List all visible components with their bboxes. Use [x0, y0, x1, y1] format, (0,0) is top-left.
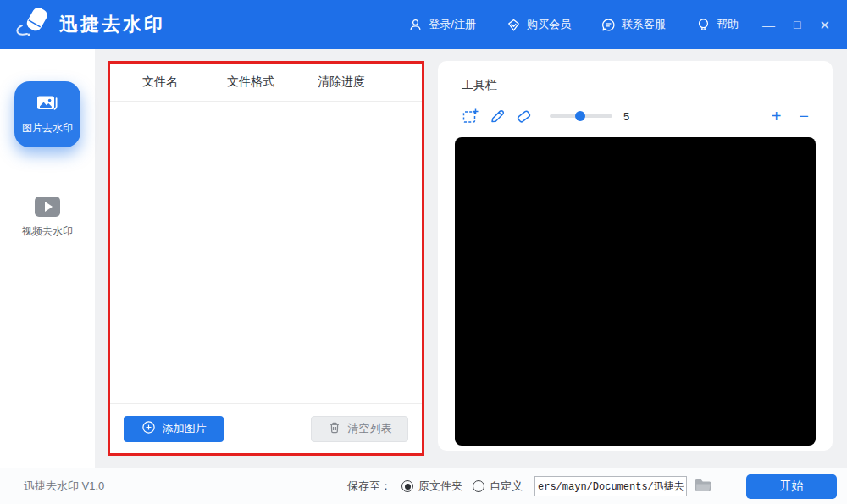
play-icon — [35, 197, 60, 217]
sidebar-item-image-watermark[interactable]: 图片去水印 — [14, 81, 80, 147]
app-version-label: 迅捷去水印 V1.0 — [24, 479, 104, 494]
sidebar-item-label: 图片去水印 — [22, 121, 73, 136]
photo-icon — [36, 94, 58, 115]
login-register-button[interactable]: 登录/注册 — [408, 17, 476, 32]
folder-icon — [694, 478, 712, 496]
title-bar: 迅捷去水印 登录/注册 购买会员 — [0, 0, 847, 49]
selection-tool-icon[interactable] — [462, 108, 479, 125]
balloon-icon — [696, 18, 711, 32]
contact-support-button[interactable]: 联系客服 — [601, 17, 666, 32]
radio-custom[interactable]: 自定义 — [473, 479, 523, 494]
buy-membership-button[interactable]: 购买会员 — [507, 17, 571, 32]
app-logo-eraser-icon — [14, 7, 53, 42]
zoom-in-button[interactable]: + — [772, 108, 782, 125]
column-header-format: 文件格式 — [227, 75, 318, 90]
preview-canvas[interactable] — [455, 137, 816, 446]
save-to-label: 保存至： — [347, 479, 391, 494]
help-button[interactable]: 帮助 — [696, 17, 739, 32]
radio-original-folder[interactable]: 原文件夹 — [401, 479, 462, 494]
sidebar: 图片去水印 视频去水印 — [0, 49, 95, 468]
file-list-empty-area[interactable] — [110, 102, 422, 403]
radio-unselected-icon[interactable] — [473, 480, 484, 492]
add-image-label: 添加图片 — [163, 421, 207, 436]
add-image-button[interactable]: 添加图片 — [124, 416, 224, 442]
chat-bubble-icon — [601, 18, 616, 32]
plus-circle-icon — [141, 420, 156, 437]
brush-size-value: 5 — [623, 110, 629, 123]
radio-selected-icon[interactable] — [401, 480, 413, 492]
window-controls: — □ ✕ — [762, 19, 830, 31]
login-register-label: 登录/注册 — [429, 17, 476, 32]
gem-icon — [507, 18, 521, 32]
minimize-button[interactable]: — — [762, 19, 775, 31]
maximize-button[interactable]: □ — [794, 19, 800, 30]
trash-icon — [328, 421, 341, 437]
browse-folder-button[interactable] — [694, 478, 712, 496]
clear-list-label: 清空列表 — [348, 421, 392, 436]
save-path-input[interactable] — [534, 476, 687, 496]
file-panel-footer: 添加图片 清空列表 — [110, 403, 422, 453]
brush-slider-knob[interactable] — [575, 111, 585, 121]
zoom-out-button[interactable]: − — [799, 108, 809, 125]
contact-support-label: 联系客服 — [622, 17, 666, 32]
file-list-panel-highlight-red-box: 文件名 文件格式 清除进度 添加图片 — [108, 61, 424, 456]
zoom-controls: + − — [772, 108, 809, 125]
close-button[interactable]: ✕ — [819, 19, 830, 31]
radio-custom-label: 自定义 — [490, 479, 523, 494]
sidebar-item-video-watermark[interactable]: 视频去水印 — [22, 197, 73, 239]
file-table-header: 文件名 文件格式 清除进度 — [110, 64, 422, 102]
clear-list-button[interactable]: 清空列表 — [311, 416, 408, 442]
column-header-filename: 文件名 — [142, 75, 227, 90]
main-area: 文件名 文件格式 清除进度 添加图片 — [95, 49, 847, 468]
start-button[interactable]: 开始 — [746, 474, 837, 499]
help-label: 帮助 — [717, 17, 739, 32]
buy-membership-label: 购买会员 — [527, 17, 571, 32]
save-options: 保存至： 原文件夹 自定义 开始 — [347, 474, 837, 499]
radio-original-folder-label: 原文件夹 — [418, 479, 462, 494]
toolbar-panel: 工具栏 — [438, 61, 833, 451]
column-header-progress: 清除进度 — [318, 75, 422, 90]
pencil-tool-icon[interactable] — [489, 108, 506, 125]
header-menu: 登录/注册 购买会员 — [408, 17, 739, 32]
status-bar: 迅捷去水印 V1.0 保存至： 原文件夹 自定义 开始 — [0, 468, 847, 504]
toolbar-title: 工具栏 — [462, 78, 833, 93]
toolbar-row: 5 + − — [462, 106, 809, 126]
user-icon — [408, 18, 423, 32]
app-title: 迅捷去水印 — [59, 12, 165, 37]
eraser-tool-icon[interactable] — [515, 108, 533, 125]
sidebar-item-label: 视频去水印 — [22, 224, 73, 239]
app-window: 迅捷去水印 登录/注册 购买会员 — [0, 0, 847, 504]
brush-size-slider[interactable] — [550, 114, 612, 118]
